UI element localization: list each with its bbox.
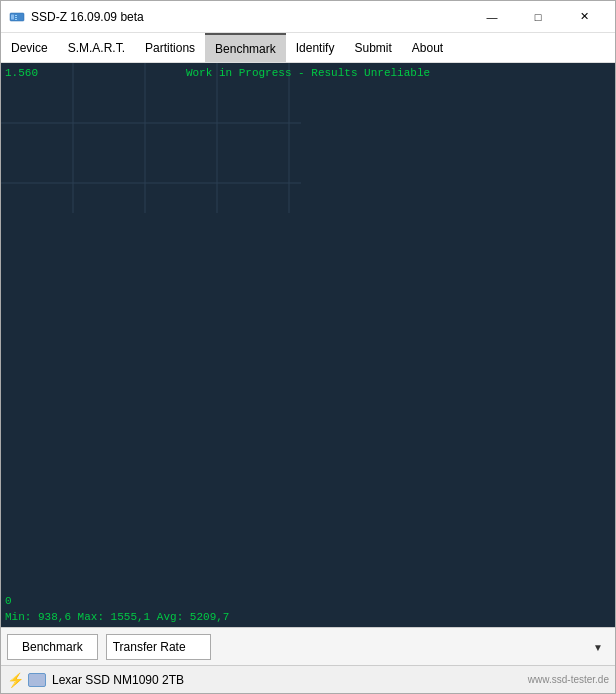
menu-item-benchmark[interactable]: Benchmark bbox=[205, 33, 286, 62]
menu-item-partitions[interactable]: Partitions bbox=[135, 33, 205, 62]
transfer-rate-dropdown[interactable]: Transfer Rate Access Time IOPS bbox=[106, 634, 211, 660]
close-button[interactable]: ✕ bbox=[561, 1, 607, 33]
drive-icon bbox=[28, 673, 46, 687]
maximize-button[interactable]: □ bbox=[515, 1, 561, 33]
menu-item-identify[interactable]: Identify bbox=[286, 33, 345, 62]
menu-bar: Device S.M.A.R.T. Partitions Benchmark I… bbox=[1, 33, 615, 63]
benchmark-button[interactable]: Benchmark bbox=[7, 634, 98, 660]
app-icon bbox=[9, 9, 25, 25]
status-bar: ⚡ Lexar SSD NM1090 2TB www.ssd-tester.de bbox=[1, 665, 615, 693]
svg-rect-3 bbox=[15, 17, 17, 18]
title-bar: SSD-Z 16.09.09 beta — □ ✕ bbox=[1, 1, 615, 33]
drive-name: Lexar SSD NM1090 2TB bbox=[52, 673, 528, 687]
website-label: www.ssd-tester.de bbox=[528, 674, 609, 685]
svg-rect-2 bbox=[15, 15, 17, 16]
menu-item-about[interactable]: About bbox=[402, 33, 453, 62]
svg-rect-4 bbox=[15, 19, 17, 20]
bottom-toolbar: Benchmark Transfer Rate Access Time IOPS… bbox=[1, 627, 615, 665]
lightning-icon: ⚡ bbox=[7, 672, 24, 688]
main-window: SSD-Z 16.09.09 beta — □ ✕ Device S.M.A.R… bbox=[0, 0, 616, 694]
menu-item-smart[interactable]: S.M.A.R.T. bbox=[58, 33, 135, 62]
svg-rect-1 bbox=[11, 14, 14, 19]
chart-title: Work in Progress - Results Unreliable bbox=[186, 67, 430, 79]
chart-grid bbox=[1, 63, 301, 213]
minimize-button[interactable]: — bbox=[469, 1, 515, 33]
menu-item-submit[interactable]: Submit bbox=[344, 33, 401, 62]
chart-max-label: 1.560 bbox=[5, 67, 38, 79]
dropdown-arrow-icon: ▼ bbox=[593, 641, 603, 652]
chart-area: 1.560 Work in Progress - Results Unrelia… bbox=[1, 63, 615, 627]
window-title: SSD-Z 16.09.09 beta bbox=[31, 10, 469, 24]
menu-item-device[interactable]: Device bbox=[1, 33, 58, 62]
dropdown-wrapper: Transfer Rate Access Time IOPS ▼ bbox=[106, 634, 609, 660]
chart-stats: Min: 938,6 Max: 1555,1 Avg: 5209,7 bbox=[5, 611, 229, 623]
window-controls: — □ ✕ bbox=[469, 1, 607, 33]
chart-min-label: 0 bbox=[5, 595, 12, 607]
